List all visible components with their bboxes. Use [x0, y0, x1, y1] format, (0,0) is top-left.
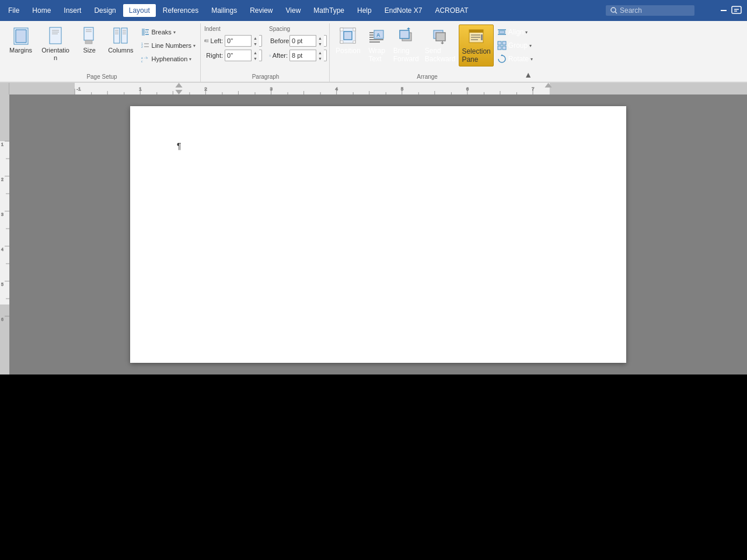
svg-text:2: 2: [204, 86, 207, 92]
spacing-before-up[interactable]: ▲: [316, 35, 324, 41]
menu-endnote[interactable]: EndNote X7: [379, 4, 428, 17]
group-button[interactable]: Group ▾: [495, 39, 535, 52]
menu-design[interactable]: Design: [88, 4, 121, 17]
menu-file[interactable]: File: [2, 4, 25, 17]
ruler-svg: -1 1 2 3 4 5 6 7: [9, 83, 747, 94]
svg-text:A: A: [376, 32, 381, 38]
indent-right-field[interactable]: [225, 50, 251, 61]
menu-view[interactable]: View: [280, 4, 307, 17]
ruler-side-left: [0, 83, 9, 94]
line-numbers-button[interactable]: 1 2 Line Numbers ▾: [138, 39, 198, 52]
svg-text:c: c: [141, 60, 143, 63]
group-icon: [497, 41, 507, 50]
spacing-after-up[interactable]: ▲: [316, 50, 324, 55]
bring-forward-button[interactable]: Bring Forward: [391, 24, 421, 65]
selection-pane-button[interactable]: Selection Pane: [459, 24, 493, 66]
svg-text:5: 5: [401, 86, 404, 92]
minimize-icon[interactable]: [719, 6, 728, 15]
document-canvas[interactable]: ¶: [9, 94, 747, 374]
align-label: Align: [508, 28, 524, 36]
menu-mailings[interactable]: Mailings: [205, 4, 243, 17]
chat-icon[interactable]: [731, 5, 742, 16]
menu-review[interactable]: Review: [244, 4, 278, 17]
indent-left-spinners[interactable]: ▲ ▼: [251, 35, 259, 47]
spacing-before-down[interactable]: ▼: [316, 41, 324, 47]
arrange-group-label: Arrange: [333, 72, 521, 82]
indent-right-spinners[interactable]: ▲ ▼: [251, 50, 259, 61]
menu-home[interactable]: Home: [26, 4, 57, 17]
indent-left-up[interactable]: ▲: [252, 35, 259, 41]
align-chevron: ▾: [525, 30, 528, 35]
send-backward-icon: [431, 27, 449, 46]
svg-text:3: 3: [1, 212, 4, 216]
margins-button[interactable]: Margins: [6, 24, 36, 65]
spacing-before-row: Before: ▲ ▼: [269, 34, 327, 47]
spacing-before-field[interactable]: [290, 36, 316, 46]
menu-layout[interactable]: Layout: [123, 4, 156, 17]
columns-label: Columns: [108, 47, 133, 54]
ribbon-group-paragraph: Indent Left:: [202, 23, 330, 82]
svg-rect-88: [498, 46, 501, 50]
svg-rect-91: [9, 83, 75, 94]
indent-left-input[interactable]: ▲ ▼: [225, 35, 262, 47]
ribbon-group-page-setup: Margins Orientation: [4, 23, 201, 82]
menu-mathtype[interactable]: MathType: [308, 4, 350, 17]
size-icon: [80, 27, 99, 46]
svg-rect-16: [84, 27, 93, 40]
document-page[interactable]: ¶: [130, 106, 626, 363]
columns-button[interactable]: Columns: [104, 24, 137, 65]
svg-rect-93: [75, 83, 549, 94]
send-backward-label: Send Backward: [425, 47, 456, 63]
wrap-text-button[interactable]: A Wrap Text: [364, 24, 390, 65]
rotate-button[interactable]: Rotate ▾: [495, 52, 535, 65]
menu-references[interactable]: References: [157, 4, 204, 17]
indent-left-field[interactable]: [225, 36, 251, 46]
svg-marker-72: [407, 27, 410, 29]
indent-right-down[interactable]: ▼: [252, 55, 259, 61]
spacing-after-down[interactable]: ▼: [316, 55, 324, 61]
svg-rect-17: [85, 40, 92, 44]
svg-rect-61: [353, 41, 355, 43]
menu-insert[interactable]: Insert: [58, 4, 87, 17]
svg-text:b: b: [146, 56, 148, 60]
align-button[interactable]: Align ▾: [495, 26, 535, 38]
indent-left-down[interactable]: ▼: [252, 41, 259, 47]
spacing-after-spinners[interactable]: ▲ ▼: [316, 50, 324, 61]
spacing-before-input[interactable]: ▲ ▼: [289, 35, 327, 47]
svg-rect-3: [732, 6, 741, 13]
ribbon-col-page-extras: Breaks ▾ 1 2 Line Numbers: [138, 24, 198, 65]
breaks-button[interactable]: Breaks ▾: [138, 26, 198, 38]
send-backward-button[interactable]: Send Backward: [423, 24, 458, 65]
hyphenation-button[interactable]: a - b c Hyphenation ▾: [138, 52, 198, 65]
spacing-after-icon: [269, 51, 271, 60]
position-button[interactable]: Position: [333, 24, 363, 64]
align-icon: [497, 27, 507, 37]
bring-forward-icon: [397, 27, 415, 46]
margins-label: Margins: [9, 47, 32, 54]
indent-right-up[interactable]: ▲: [252, 50, 259, 55]
line-numbers-icon: 1 2: [141, 41, 150, 50]
size-button[interactable]: Size: [75, 24, 103, 65]
size-label: Size: [83, 47, 95, 54]
spacing-after-input[interactable]: ▲ ▼: [289, 50, 327, 61]
ribbon-group-arrange: Position A: [331, 23, 537, 82]
rotate-chevron: ▾: [530, 57, 533, 62]
svg-rect-58: [340, 28, 343, 31]
orientation-button[interactable]: Orientation: [37, 24, 74, 65]
spacing-before-spinners[interactable]: ▲ ▼: [316, 35, 324, 47]
svg-text:3: 3: [270, 86, 273, 92]
menu-acrobat[interactable]: ACROBAT: [429, 4, 474, 17]
menu-help[interactable]: Help: [351, 4, 378, 17]
ruler-main: -1 1 2 3 4 5 6 7: [9, 83, 747, 94]
svg-rect-89: [502, 46, 506, 50]
hyphenation-icon: a - b c: [141, 54, 150, 64]
search-box[interactable]: [606, 5, 694, 16]
breaks-label: Breaks: [152, 29, 172, 36]
svg-text:-1: -1: [76, 86, 81, 92]
indent-right-input[interactable]: ▲ ▼: [225, 50, 262, 61]
spacing-after-field[interactable]: [290, 50, 316, 61]
svg-rect-70: [400, 30, 409, 38]
svg-text:2: 2: [1, 177, 4, 181]
ribbon-collapse-button[interactable]: ▲: [521, 68, 535, 82]
search-input[interactable]: [620, 6, 690, 15]
